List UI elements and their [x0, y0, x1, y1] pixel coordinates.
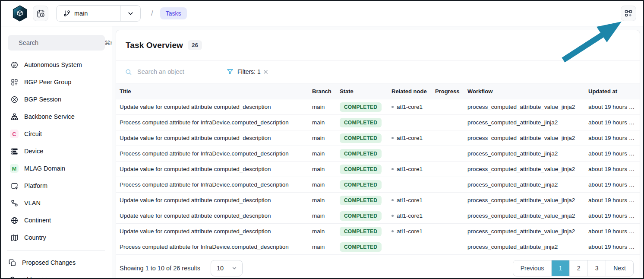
calendar-clock-icon — [37, 10, 45, 18]
task-title-cell: Update value for computed attribute comp… — [116, 99, 309, 115]
object-search[interactable] — [125, 68, 215, 76]
app-logo[interactable] — [12, 5, 28, 22]
page-title: Task Overview — [126, 41, 183, 50]
page-size-select[interactable]: 10 — [211, 260, 243, 276]
git-branch-icon — [63, 10, 70, 17]
node-bullet-icon — [391, 137, 394, 139]
branch-selector[interactable]: main — [56, 5, 141, 22]
circuit-letter-icon: C — [10, 130, 19, 138]
task-title-cell: Update value for computed attribute comp… — [116, 224, 309, 239]
related-node-cell — [388, 146, 432, 162]
status-badge: COMPLETED — [340, 180, 382, 190]
object-management-icon — [8, 276, 16, 279]
device-icon — [10, 147, 19, 155]
branch-selector-value[interactable]: main — [57, 6, 120, 21]
branch-cell: main — [309, 115, 336, 130]
related-node-cell[interactable]: atl1-core1 — [388, 193, 432, 208]
status-badge: COMPLETED — [340, 242, 382, 252]
table-row[interactable]: Update value for computed attribute comp… — [116, 130, 640, 146]
task-title-cell: Update value for computed attribute comp… — [116, 208, 309, 224]
sidebar-item-label: Country — [24, 234, 46, 241]
sidebar-divider — [7, 250, 105, 250]
content-area: ⌘K Autonomous System BGP Peer Group BGP … — [1, 26, 643, 278]
pagination: Previous 1 2 3 Next — [513, 260, 634, 276]
sidebar-search-input[interactable] — [18, 39, 100, 47]
updated-at-cell: about 19 hours ago — [585, 130, 640, 146]
updated-at-cell: about 19 hours ago — [585, 146, 640, 162]
sidebar-item-autonomous-system[interactable]: Autonomous System — [8, 56, 105, 73]
updated-at-cell: about 19 hours ago — [585, 208, 640, 224]
progress-cell — [432, 146, 464, 162]
table-row[interactable]: Process computed attribute for InfraDevi… — [116, 146, 640, 162]
related-node-cell — [388, 115, 432, 130]
related-node-cell[interactable]: atl1-core1 — [388, 208, 432, 224]
filters-button[interactable]: Filters: 1 — [227, 68, 261, 75]
related-node-cell[interactable]: atl1-core1 — [388, 162, 432, 177]
node-bullet-icon — [391, 215, 394, 217]
sidebar-item-proposed-changes[interactable]: Proposed Changes — [8, 254, 105, 271]
column-updated-at: Updated at — [585, 83, 640, 99]
table-row[interactable]: Update value for computed attribute comp… — [116, 162, 640, 177]
table-row[interactable]: Process computed attribute for InfraDevi… — [116, 177, 640, 193]
branch-name: main — [74, 10, 88, 17]
updated-at-cell: about 19 hours ago — [585, 224, 640, 239]
progress-cell — [432, 239, 464, 255]
table-row[interactable]: Update value for computed attribute comp… — [116, 208, 640, 224]
node-bullet-icon — [391, 106, 394, 108]
table-row[interactable]: Process computed attribute for InfraDevi… — [116, 115, 640, 130]
table-row[interactable]: Update value for computed attribute comp… — [116, 224, 640, 239]
page-3-button[interactable]: 3 — [587, 260, 606, 276]
branch-cell: main — [309, 146, 336, 162]
page-1-button[interactable]: 1 — [551, 260, 569, 276]
platform-icon — [10, 182, 19, 190]
workflow-cell: process_computed_attribute_value_jinja2 — [464, 193, 585, 208]
page-2-button[interactable]: 2 — [569, 260, 587, 276]
clear-filters-button[interactable] — [262, 69, 269, 75]
sidebar-search[interactable]: ⌘K — [8, 35, 105, 51]
sidebar-item-device[interactable]: Device — [8, 143, 105, 160]
sidebar-item-backbone-service[interactable]: Backbone Service — [8, 108, 105, 125]
task-title-cell: Process computed attribute for InfraDevi… — [116, 239, 309, 255]
sidebar-menu: Autonomous System BGP Peer Group BGP Ses… — [8, 56, 105, 278]
tasks-table: Title Branch State Related node Progress… — [116, 83, 640, 255]
node-bullet-icon — [391, 168, 394, 170]
time-travel-button[interactable] — [33, 6, 48, 21]
previous-page-button[interactable]: Previous — [513, 260, 551, 276]
infrahub-logo-icon — [12, 5, 28, 22]
branch-selector-toggle[interactable] — [120, 6, 140, 21]
related-node-label: atl1-core1 — [397, 104, 423, 110]
sidebar-item-platform[interactable]: Platform — [8, 177, 105, 194]
related-node-cell[interactable]: atl1-core1 — [388, 224, 432, 239]
next-page-button[interactable]: Next — [606, 260, 633, 276]
updated-at-cell: about 19 hours ago — [585, 162, 640, 177]
object-search-input[interactable] — [136, 68, 201, 76]
table-row[interactable]: Update value for computed attribute comp… — [116, 193, 640, 208]
column-progress: Progress — [432, 83, 464, 99]
vlan-icon — [10, 199, 19, 207]
related-node-cell[interactable]: atl1-core1 — [388, 130, 432, 146]
table-row[interactable]: Process computed attribute for InfraDevi… — [116, 239, 640, 255]
node-bullet-icon — [391, 230, 394, 232]
breadcrumb-tasks[interactable]: Tasks — [160, 7, 187, 19]
state-cell: COMPLETED — [336, 130, 388, 146]
task-title-cell: Process computed attribute for InfraDevi… — [116, 115, 309, 130]
schema-visualizer-button[interactable] — [621, 6, 636, 21]
sidebar-item-continent[interactable]: Continent — [8, 212, 105, 229]
sidebar-item-bgp-session[interactable]: BGP Session — [8, 91, 105, 108]
sidebar-item-mlag-domain[interactable]: M MLAG Domain — [8, 160, 105, 177]
column-title: Title — [116, 83, 309, 99]
node-bullet-icon — [391, 199, 394, 201]
sidebar-item-country[interactable]: Country — [8, 229, 105, 246]
state-cell: COMPLETED — [336, 224, 388, 239]
sidebar-item-circuit[interactable]: C Circuit — [8, 125, 105, 143]
workflow-cell: process_computed_attribute_jinja2 — [464, 177, 585, 193]
state-cell: COMPLETED — [336, 193, 388, 208]
progress-cell — [432, 99, 464, 115]
sidebar-item-bgp-peer-group[interactable]: BGP Peer Group — [8, 73, 105, 91]
sidebar-item-object-management[interactable]: Object Management — [8, 271, 105, 278]
status-badge: COMPLETED — [340, 102, 382, 112]
table-row[interactable]: Update value for computed attribute comp… — [116, 99, 640, 115]
sidebar-item-vlan[interactable]: VLAN — [8, 194, 105, 212]
mlag-letter-icon: M — [10, 164, 19, 173]
related-node-cell[interactable]: atl1-core1 — [388, 99, 432, 115]
